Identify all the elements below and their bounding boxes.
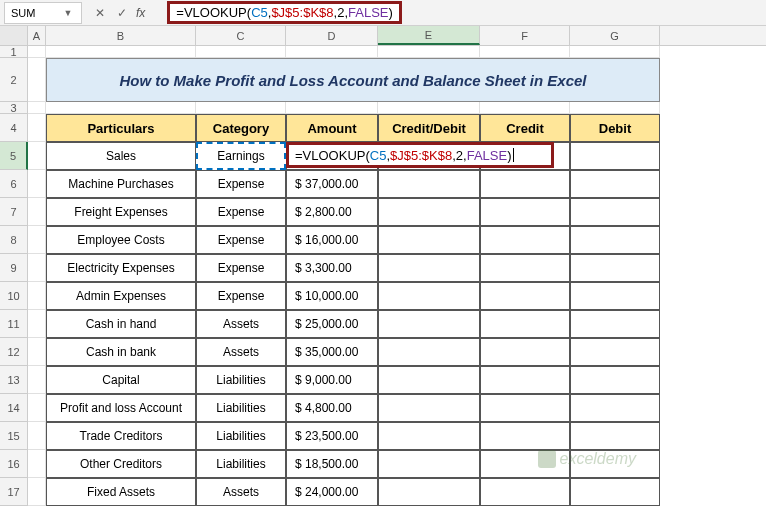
cell-C15[interactable]: Liabilities [196, 422, 286, 450]
cell-G8[interactable] [570, 226, 660, 254]
cell-D8[interactable]: $ 16,000.00 [286, 226, 378, 254]
cell-F11[interactable] [480, 310, 570, 338]
cell-edit-overlay[interactable]: = VLOOKUP( C5 , $J$5:$K$8 , 2 , FALSE ) [286, 142, 554, 168]
cell-F14[interactable] [480, 394, 570, 422]
fx-icon[interactable]: fx [136, 6, 153, 20]
row-header-8[interactable]: 8 [0, 226, 28, 254]
row-header-17[interactable]: 17 [0, 478, 28, 506]
cell-E7[interactable] [378, 198, 480, 226]
cell-E1[interactable] [378, 46, 480, 58]
row-header-10[interactable]: 10 [0, 282, 28, 310]
name-box-dropdown-icon[interactable]: ▼ [61, 8, 75, 18]
cell-C1[interactable] [196, 46, 286, 58]
cell-F6[interactable] [480, 170, 570, 198]
row-header-13[interactable]: 13 [0, 366, 28, 394]
cell-D17[interactable]: $ 24,000.00 [286, 478, 378, 506]
cell-G13[interactable] [570, 366, 660, 394]
cell-A12[interactable] [28, 338, 46, 366]
cell-F8[interactable] [480, 226, 570, 254]
cell-G7[interactable] [570, 198, 660, 226]
cell-B16[interactable]: Other Creditors [46, 450, 196, 478]
cell-B13[interactable]: Capital [46, 366, 196, 394]
cell-C14[interactable]: Liabilities [196, 394, 286, 422]
cell-F1[interactable] [480, 46, 570, 58]
cell-F9[interactable] [480, 254, 570, 282]
row-header-15[interactable]: 15 [0, 422, 28, 450]
cell-F17[interactable] [480, 478, 570, 506]
header-category[interactable]: Category [196, 114, 286, 142]
cell-G17[interactable] [570, 478, 660, 506]
cell-D7[interactable]: $ 2,800.00 [286, 198, 378, 226]
cell-B14[interactable]: Profit and loss Account [46, 394, 196, 422]
cell-A3[interactable] [28, 102, 46, 114]
cell-D16[interactable]: $ 18,500.00 [286, 450, 378, 478]
cell-E11[interactable] [378, 310, 480, 338]
cell-C17[interactable]: Assets [196, 478, 286, 506]
cell-F10[interactable] [480, 282, 570, 310]
cell-G6[interactable] [570, 170, 660, 198]
cell-B9[interactable]: Electricity Expenses [46, 254, 196, 282]
cell-F12[interactable] [480, 338, 570, 366]
cell-A14[interactable] [28, 394, 46, 422]
cell-D11[interactable]: $ 25,000.00 [286, 310, 378, 338]
cell-G12[interactable] [570, 338, 660, 366]
cell-C6[interactable]: Expense [196, 170, 286, 198]
cell-E6[interactable] [378, 170, 480, 198]
cell-G1[interactable] [570, 46, 660, 58]
cell-C12[interactable]: Assets [196, 338, 286, 366]
cell-B12[interactable]: Cash in bank [46, 338, 196, 366]
row-header-12[interactable]: 12 [0, 338, 28, 366]
row-header-5[interactable]: 5 [0, 142, 28, 170]
cell-C5[interactable]: Earnings [196, 142, 286, 170]
row-header-2[interactable]: 2 [0, 58, 28, 102]
cell-E17[interactable] [378, 478, 480, 506]
row-header-4[interactable]: 4 [0, 114, 28, 142]
cell-C13[interactable]: Liabilities [196, 366, 286, 394]
enter-icon[interactable]: ✓ [114, 5, 130, 21]
cell-A1[interactable] [28, 46, 46, 58]
cell-G11[interactable] [570, 310, 660, 338]
name-box[interactable]: SUM ▼ [4, 2, 82, 24]
cell-B1[interactable] [46, 46, 196, 58]
header-debit[interactable]: Debit [570, 114, 660, 142]
cell-B15[interactable]: Trade Creditors [46, 422, 196, 450]
cell-C8[interactable]: Expense [196, 226, 286, 254]
cell-C16[interactable]: Liabilities [196, 450, 286, 478]
cell-F15[interactable] [480, 422, 570, 450]
cell-D1[interactable] [286, 46, 378, 58]
col-header-D[interactable]: D [286, 26, 378, 45]
row-header-6[interactable]: 6 [0, 170, 28, 198]
cell-D6[interactable]: $ 37,000.00 [286, 170, 378, 198]
row-header-7[interactable]: 7 [0, 198, 28, 226]
cell-D9[interactable]: $ 3,300.00 [286, 254, 378, 282]
cell-F13[interactable] [480, 366, 570, 394]
cell-B8[interactable]: Employee Costs [46, 226, 196, 254]
cancel-icon[interactable]: ✕ [92, 5, 108, 21]
cell-E9[interactable] [378, 254, 480, 282]
cell-B10[interactable]: Admin Expenses [46, 282, 196, 310]
cell-B5[interactable]: Sales [46, 142, 196, 170]
cell-C10[interactable]: Expense [196, 282, 286, 310]
cell-A15[interactable] [28, 422, 46, 450]
col-header-F[interactable]: F [480, 26, 570, 45]
cell-C3[interactable] [196, 102, 286, 114]
cell-A10[interactable] [28, 282, 46, 310]
col-header-E[interactable]: E [378, 26, 480, 45]
cell-D13[interactable]: $ 9,000.00 [286, 366, 378, 394]
cell-B3[interactable] [46, 102, 196, 114]
cell-B11[interactable]: Cash in hand [46, 310, 196, 338]
cell-F3[interactable] [480, 102, 570, 114]
cell-F7[interactable] [480, 198, 570, 226]
cell-B17[interactable]: Fixed Assets [46, 478, 196, 506]
cell-F16[interactable] [480, 450, 570, 478]
cell-A7[interactable] [28, 198, 46, 226]
cell-E8[interactable] [378, 226, 480, 254]
cell-C9[interactable]: Expense [196, 254, 286, 282]
header-creditdebit[interactable]: Credit/Debit [378, 114, 480, 142]
cell-D14[interactable]: $ 4,800.00 [286, 394, 378, 422]
cell-A4[interactable] [28, 114, 46, 142]
cell-A6[interactable] [28, 170, 46, 198]
cell-D15[interactable]: $ 23,500.00 [286, 422, 378, 450]
cell-G5[interactable] [570, 142, 660, 170]
cell-A11[interactable] [28, 310, 46, 338]
